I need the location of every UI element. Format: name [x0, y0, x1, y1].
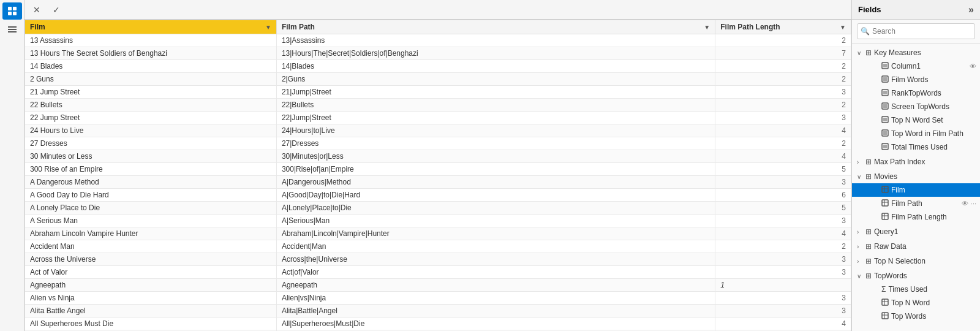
- table-header-row: Film ▼ Film Path ▼ Film Path Length: [25, 20, 851, 34]
- svg-rect-6: [8, 31, 17, 32]
- film-cell: 21 Jump Street: [25, 86, 277, 99]
- film-cell: A Lonely Place to Die: [25, 202, 277, 215]
- film-path-cell: 27|Dresses: [276, 137, 715, 150]
- film-cell: Agneepath: [25, 279, 277, 292]
- film-path-length-cell: 4: [715, 150, 851, 163]
- table-row: 22 Jump Street22|Jump|Street3: [25, 112, 851, 124]
- fields-tree: ∨⊞Key MeasuresColumn1👁Film WordsRankTopW…: [852, 44, 980, 331]
- tree-section-header-top-words[interactable]: ∨⊞TopWords: [852, 269, 980, 283]
- film-cell: 13 Hours The Secret Soldiers of Benghazi: [25, 47, 277, 60]
- grid-view-button[interactable]: [2, 2, 22, 20]
- film-path-length-cell: 2: [715, 137, 851, 150]
- close-button[interactable]: ✕: [29, 2, 44, 17]
- tree-icon-column1: [881, 62, 889, 71]
- section-label-movies: Movies: [874, 172, 976, 181]
- film-path-cell: 21|Jump|Street: [276, 86, 715, 99]
- search-input[interactable]: [857, 23, 975, 39]
- expand-icon-key-measures: ∨: [857, 50, 863, 56]
- expand-icon-top-n-selection: ›: [857, 258, 863, 265]
- film-cell: 22 Bullets: [25, 99, 277, 112]
- tree-section-header-max-path-index[interactable]: ›⊞Max Path Index: [852, 155, 980, 169]
- tree-icon-rank-top-words: [881, 89, 889, 98]
- film-cell: A Good Day to Die Hard: [25, 189, 277, 202]
- eye-icon-film-path[interactable]: 👁: [962, 200, 968, 207]
- section-label-raw-data: Raw Data: [874, 242, 976, 251]
- tree-section-header-query1[interactable]: ›⊞Query1: [852, 225, 980, 238]
- tree-section-header-raw-data[interactable]: ›⊞Raw Data: [852, 240, 980, 253]
- tree-icon-top-n-word: [881, 299, 889, 308]
- tree-item-top-n-word[interactable]: Top N Word: [852, 296, 980, 310]
- more-icon-film-path[interactable]: ···: [971, 200, 976, 207]
- tree-item-screen-top-words[interactable]: Screen TopWords: [852, 100, 980, 113]
- svg-rect-47: [882, 313, 888, 319]
- tree-section-header-key-measures[interactable]: ∨⊞Key Measures: [852, 46, 980, 59]
- table-row: 22 Bullets22|Bullets2: [25, 99, 851, 112]
- tree-icon-times-used: Σ: [881, 285, 886, 294]
- film-path-cell: A|Lonely|Place|to|Die: [276, 202, 715, 215]
- tree-item-film-words[interactable]: Film Words: [852, 73, 980, 86]
- film-path-cell: 13|Hours|The|Secret|Soldiers|of|Benghazi: [276, 47, 715, 60]
- tree-section-header-top-n-selection[interactable]: ›⊞Top N Selection: [852, 254, 980, 268]
- film-cell: Abraham Lincoln Vampire Hunter: [25, 227, 277, 240]
- section-label-max-path-index: Max Path Index: [874, 158, 976, 166]
- section-icon-query1: ⊞: [865, 227, 872, 236]
- film-column-header[interactable]: Film ▼: [25, 20, 277, 34]
- film-path-cell: A|Serious|Man: [276, 215, 715, 227]
- tree-item-rank-top-words[interactable]: RankTopWords: [852, 86, 980, 100]
- film-path-column-header[interactable]: Film Path ▼: [276, 20, 715, 34]
- tree-item-times-used[interactable]: ΣTimes Used: [852, 283, 980, 296]
- table-row: Alien vs NinjaAlien|vs|Ninja3: [25, 292, 851, 305]
- tree-section-query1: ›⊞Query1: [852, 225, 980, 238]
- table-row: Across the UniverseAcross|the|Universe3: [25, 253, 851, 266]
- tree-item-film[interactable]: Film: [852, 183, 980, 197]
- film-path-cell: Agneepath: [276, 279, 715, 292]
- eye-icon-column1[interactable]: 👁: [970, 63, 976, 70]
- section-label-query1: Query1: [874, 227, 976, 236]
- fields-close-button[interactable]: »: [968, 4, 974, 15]
- film-path-length-cell: 2: [715, 73, 851, 86]
- film-path-length-cell: 6: [715, 189, 851, 202]
- svg-rect-1: [13, 7, 17, 10]
- tree-icon-screen-top-words: [881, 102, 889, 112]
- tree-item-total-times-used[interactable]: Total Times Used: [852, 140, 980, 154]
- data-table-container[interactable]: Film ▼ Film Path ▼ Film Path Length: [24, 20, 851, 331]
- film-path-length-dropdown-icon[interactable]: ▼: [840, 24, 846, 31]
- film-path-cell: 22|Bullets: [276, 99, 715, 112]
- film-path-cell: Act|of|Valor: [276, 266, 715, 279]
- tree-item-film-path[interactable]: Film Path👁···: [852, 197, 980, 210]
- film-path-length-cell: 4: [715, 227, 851, 240]
- table-row: A Good Day to Die HardA|Good|Day|to|Die|…: [25, 189, 851, 202]
- tree-section-header-movies[interactable]: ∨⊞Movies: [852, 170, 980, 183]
- table-row: 300 Rise of an Empire300|Rise|of|an|Empi…: [25, 163, 851, 176]
- film-path-length-column-header[interactable]: Film Path Length ▼: [715, 20, 851, 34]
- tree-item-column1[interactable]: Column1👁: [852, 59, 980, 73]
- film-path-cell: Abraham|Lincoln|Vampire|Hunter: [276, 227, 715, 240]
- film-path-length-cell: 3: [715, 305, 851, 318]
- film-path-cell: All|Superheroes|Must|Die: [276, 318, 715, 330]
- expand-icon-top-words: ∨: [857, 273, 863, 280]
- main-area: ✕ ✓ Film ▼ Film Path ▼: [24, 0, 851, 331]
- table-row: Alita Battle AngelAlita|Battle|Angel3: [25, 305, 851, 318]
- tree-item-top-word-in-film-path[interactable]: Top Word in Film Path: [852, 127, 980, 140]
- tree-label-top-n-word: Top N Word: [891, 299, 976, 307]
- tree-label-film-words: Film Words: [891, 75, 976, 84]
- tree-item-top-words-dim[interactable]: Top Words: [852, 310, 980, 323]
- tree-label-top-words-dim: Top Words: [891, 312, 976, 321]
- film-path-dropdown-icon[interactable]: ▼: [704, 24, 710, 31]
- table-view-button[interactable]: [2, 21, 22, 38]
- section-icon-key-measures: ⊞: [865, 48, 872, 57]
- table-row: A Dangerous MethodA|Dangerous|Method3: [25, 176, 851, 189]
- film-path-cell: 30|Minutes|or|Less: [276, 150, 715, 163]
- check-button[interactable]: ✓: [49, 2, 64, 17]
- tree-item-film-path-length[interactable]: Film Path Length: [852, 210, 980, 224]
- table-row: 21 Jump Street21|Jump|Street3: [25, 86, 851, 99]
- film-path-length-cell: 1: [715, 279, 851, 292]
- svg-rect-44: [882, 299, 888, 305]
- tree-section-top-n-selection: ›⊞Top N Selection: [852, 254, 980, 268]
- film-dropdown-icon[interactable]: ▼: [265, 24, 271, 31]
- tree-icon-film-path-length: [881, 213, 889, 222]
- svg-rect-3: [13, 12, 17, 15]
- expand-icon-movies: ∨: [857, 173, 863, 180]
- tree-item-top-n-word-set[interactable]: Top N Word Set: [852, 113, 980, 127]
- tree-label-film-path-length: Film Path Length: [891, 213, 976, 221]
